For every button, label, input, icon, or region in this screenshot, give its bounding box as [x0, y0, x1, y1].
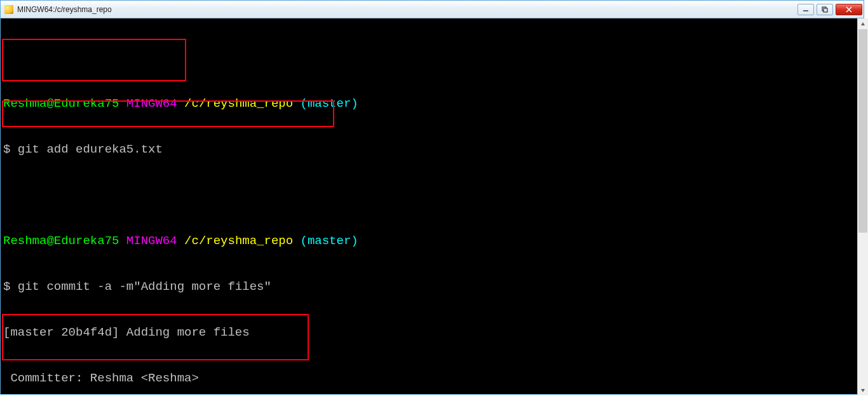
maximize-button[interactable] [817, 4, 833, 15]
scroll-track[interactable] [858, 29, 868, 385]
close-button[interactable] [836, 4, 862, 15]
terminal[interactable]: Reshma@Edureka75 MINGW64 /c/reyshma_repo… [1, 18, 864, 394]
command-line: $ git add edureka5.txt [3, 142, 861, 157]
scroll-down-button[interactable] [858, 385, 868, 395]
scrollbar[interactable] [857, 18, 868, 395]
command-line: $ git commit -a -m"Adding more files" [3, 279, 861, 294]
scroll-up-button[interactable] [858, 18, 868, 29]
prompt-line: Reshma@Edureka75 MINGW64 /c/reyshma_repo… [3, 96, 861, 111]
window-controls [797, 4, 862, 15]
window-title: MINGW64:/c/reyshma_repo [17, 2, 797, 17]
titlebar: MINGW64:/c/reyshma_repo [1, 1, 864, 18]
output-line: [master 20b4f4d] Adding more files [3, 325, 861, 340]
app-window: MINGW64:/c/reyshma_repo Reshma@Edureka75… [0, 0, 864, 395]
scroll-thumb[interactable] [858, 29, 867, 233]
svg-marker-6 [861, 389, 865, 392]
prompt-line: Reshma@Edureka75 MINGW64 /c/reyshma_repo… [3, 233, 861, 249]
output-line: Committer: Reshma <Reshma> [3, 371, 861, 386]
minimize-button[interactable] [797, 4, 814, 15]
svg-marker-5 [861, 22, 865, 25]
svg-rect-2 [824, 8, 827, 12]
app-icon [4, 5, 13, 14]
